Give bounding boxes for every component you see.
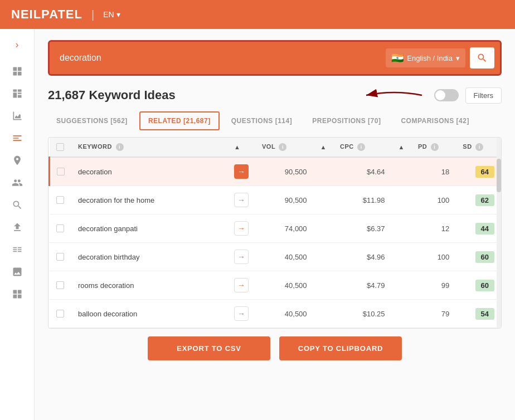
row-checkbox-cell — [50, 186, 72, 214]
arrow-annotation — [361, 87, 427, 104]
sidebar-item-analytics[interactable] — [6, 106, 28, 126]
sort-cpc-icon: ▲ — [399, 144, 405, 150]
sd-cell: 64 — [456, 157, 501, 186]
sd-info-icon[interactable]: i — [475, 143, 483, 151]
empty-cell — [314, 300, 333, 328]
row-action-cell: → — [227, 243, 255, 271]
scrollbar-thumb[interactable] — [497, 159, 501, 192]
search-bar: 🇮🇳 English / India ▾ — [48, 40, 502, 76]
th-checkbox — [50, 138, 72, 157]
row-checkbox[interactable] — [57, 168, 65, 175]
empty-cell2 — [392, 214, 411, 243]
tab-related[interactable]: RELATED [21,687] — [139, 111, 220, 130]
empty-cell — [314, 243, 333, 271]
pd-cell: 12 — [411, 214, 456, 243]
cpc-cell: $10.25 — [333, 300, 392, 328]
main-content: 🇮🇳 English / India ▾ 21,687 Keyword Idea… — [35, 29, 515, 420]
flag-icon: 🇮🇳 — [391, 52, 404, 64]
cpc-cell: $4.64 — [333, 157, 392, 186]
sidebar-item-image[interactable] — [6, 262, 28, 282]
lang-chevron-icon: ▾ — [456, 54, 460, 62]
search-button[interactable] — [470, 47, 494, 69]
tab-prepositions[interactable]: PREPOSITIONS [70] — [304, 112, 389, 130]
cpc-cell: $4.96 — [333, 243, 392, 271]
pd-cell: 100 — [411, 243, 456, 271]
th-pd: PD i — [411, 138, 456, 157]
th-sort-up[interactable]: ▲ — [227, 138, 255, 157]
keyword-cell: decoration for the home — [71, 186, 227, 214]
keyword-link-button[interactable]: → — [234, 193, 249, 207]
sd-cell: 54 — [456, 300, 501, 328]
keyword-link-button[interactable]: → — [234, 278, 249, 292]
empty-cell2 — [392, 243, 411, 271]
row-checkbox[interactable] — [56, 310, 64, 318]
keyword-info-icon[interactable]: i — [116, 143, 124, 151]
th-sort-cpc[interactable]: ▲ — [392, 138, 411, 157]
keyword-link-button[interactable]: → — [234, 250, 249, 264]
vol-cell: 40,500 — [255, 243, 314, 271]
cpc-info-icon[interactable]: i — [357, 143, 365, 151]
sidebar-item-location[interactable] — [6, 150, 28, 170]
tab-questions[interactable]: QUESTIONS [114] — [223, 112, 301, 130]
row-action-cell: → — [227, 214, 255, 243]
keyword-tabs: SUGGESTIONS [562] RELATED [21,687] QUEST… — [48, 111, 502, 130]
vol-info-icon[interactable]: i — [279, 143, 286, 151]
sidebar-item-grid[interactable] — [6, 61, 28, 81]
scrollbar-track[interactable] — [497, 138, 501, 328]
row-checkbox-cell — [50, 300, 72, 328]
sidebar-toggle[interactable]: › — [6, 35, 28, 55]
footer-actions: EXPORT TO CSV COPY TO CLIPBOARD — [48, 336, 502, 360]
copy-clipboard-button[interactable]: COPY TO CLIPBOARD — [279, 336, 402, 360]
pd-info-icon[interactable]: i — [431, 143, 439, 151]
th-sort-vol[interactable]: ▲ — [314, 138, 333, 157]
keyword-cell: balloon decoration — [71, 300, 227, 328]
sidebar-item-upload[interactable] — [6, 217, 28, 237]
pd-cell: 79 — [411, 300, 456, 328]
vol-cell: 74,000 — [255, 214, 314, 243]
sidebar: › — [0, 29, 35, 420]
table-row: decoration → 90,500 $4.64 18 64 — [50, 157, 502, 186]
keyword-link-button[interactable]: → — [234, 221, 249, 236]
keyword-link-button[interactable]: → — [234, 306, 249, 321]
sidebar-item-search[interactable] — [6, 195, 28, 215]
vol-cell: 90,500 — [255, 186, 314, 214]
filters-button[interactable]: Filters — [465, 87, 502, 104]
sidebar-item-list[interactable] — [6, 240, 28, 260]
lang-country-label: English / India — [407, 54, 453, 62]
empty-cell2 — [392, 186, 411, 214]
sd-cell: 62 — [456, 186, 501, 214]
logo: NEILPATEL — [11, 7, 82, 22]
table-row: decoration birthday → 40,500 $4.96 100 6… — [50, 243, 502, 271]
table-row: decoration for the home → 90,500 $11.98 … — [50, 186, 502, 214]
row-action-cell: → — [227, 186, 255, 214]
sidebar-item-users[interactable] — [6, 173, 28, 193]
row-checkbox[interactable] — [56, 281, 64, 289]
keyword-cell: decoration birthday — [71, 243, 227, 271]
select-all-checkbox[interactable] — [56, 143, 64, 151]
row-checkbox-cell — [50, 243, 72, 271]
export-csv-button[interactable]: EXPORT TO CSV — [148, 336, 270, 360]
toggle-switch[interactable] — [434, 89, 459, 101]
table-row: balloon decoration → 40,500 $10.25 79 54 — [50, 300, 502, 328]
row-checkbox[interactable] — [56, 224, 64, 232]
sidebar-item-keywords[interactable] — [6, 128, 28, 148]
header: NEILPATEL | EN ▾ — [0, 0, 515, 29]
sidebar-item-dashboard[interactable] — [6, 84, 28, 104]
row-action-cell: → — [227, 300, 255, 328]
sidebar-item-grid2[interactable] — [6, 284, 28, 304]
tab-suggestions[interactable]: SUGGESTIONS [562] — [48, 112, 136, 130]
search-input[interactable] — [55, 51, 381, 65]
sd-cell: 44 — [456, 214, 501, 243]
keywords-count-title: 21,687 Keyword Ideas — [48, 88, 176, 102]
keyword-cell: rooms decoration — [71, 271, 227, 300]
tab-comparisons[interactable]: COMPARISONS [42] — [392, 112, 477, 130]
language-country-selector[interactable]: 🇮🇳 English / India ▾ — [386, 48, 465, 67]
vol-cell: 40,500 — [255, 271, 314, 300]
th-cpc: CPC i — [333, 138, 392, 157]
row-checkbox[interactable] — [56, 253, 64, 261]
pd-cell: 100 — [411, 186, 456, 214]
row-checkbox[interactable] — [56, 196, 64, 204]
language-selector[interactable]: EN ▾ — [103, 10, 120, 19]
layout: › — [0, 29, 515, 420]
keyword-link-button[interactable]: → — [234, 164, 249, 179]
